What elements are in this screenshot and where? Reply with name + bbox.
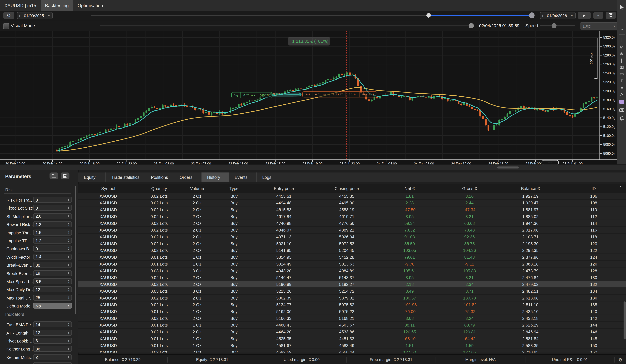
crosshair-icon[interactable]: + bbox=[617, 20, 626, 25]
column-header-volume[interactable]: Volume bbox=[180, 186, 214, 191]
date-stepper-icon[interactable]: ▲▼ bbox=[17, 14, 22, 17]
param-stepper-max-daily-dr-[interactable]: 12▲▼ bbox=[33, 286, 72, 292]
tab-orders[interactable]: Orders bbox=[174, 172, 202, 182]
load-parameters-button[interactable] bbox=[49, 172, 58, 179]
param-stepper-reward-risk-[interactable]: 1.3▲▼ bbox=[33, 221, 72, 227]
param-stepper-wavetrend-f-[interactable]: 12▲▼ bbox=[33, 362, 72, 364]
table-row[interactable]: XAUUSD0.02 Lots2 OzBuy4615.834588.19-47.… bbox=[78, 206, 626, 213]
target-icon[interactable]: ⌖ bbox=[617, 27, 626, 32]
table-row[interactable]: XAUUSD0.02 Lots2 OzBuy5021.105072.5386.5… bbox=[78, 241, 626, 247]
table-row[interactable]: XAUUSD0.03 Lots3 OzBuy4943.204984.89105.… bbox=[78, 268, 626, 274]
table-row[interactable]: XAUUSD0.01 Lots1 OzBuy4525.354451.33-65.… bbox=[78, 335, 626, 342]
cursor-icon[interactable] bbox=[617, 4, 626, 10]
stepper-arrows-icon[interactable]: ▲▼ bbox=[68, 255, 69, 258]
table-row[interactable]: XAUUSD0.02 Lots2 OzBuy4494.484495.902.28… bbox=[78, 200, 626, 206]
stepper-arrows-icon[interactable]: ▲▼ bbox=[68, 347, 69, 350]
table-row[interactable]: XAUUSD0.02 Lots2 OzBuy4846.074889.2173.3… bbox=[78, 227, 626, 234]
arrow-shape-icon[interactable]: ⇧ bbox=[617, 78, 626, 83]
param-stepper-break-even-[interactable]: 19▲▼ bbox=[33, 270, 72, 276]
chart-hscrollbar[interactable] bbox=[0, 164, 626, 170]
window-tab-xauusd-m15[interactable]: XAUUSD | m15 bbox=[0, 0, 41, 11]
column-header-quantity[interactable]: Quantity bbox=[138, 186, 180, 191]
stepper-arrows-icon[interactable]: ▲▼ bbox=[68, 272, 69, 275]
param-stepper-sl-multiplier-[interactable]: 2.6▲▼ bbox=[33, 213, 72, 219]
rectangle-tool-icon[interactable]: ▭ bbox=[617, 72, 626, 76]
table-row[interactable]: XAUUSD0.01 Lots1 OzBuy5354.935452.2879.6… bbox=[78, 254, 626, 261]
text-tool-icon[interactable]: A bbox=[617, 92, 626, 97]
param-stepper-impulse-tp-[interactable]: 1.2▲▼ bbox=[33, 238, 72, 243]
param-stepper-impulse-thr-[interactable]: 1.5▲▼ bbox=[33, 229, 72, 235]
timeline-position-handle[interactable] bbox=[427, 13, 431, 18]
start-date-picker[interactable]: ▲▼ 01/09/2025 ▼ bbox=[17, 12, 53, 19]
ellipse-tool-icon[interactable]: ⊘ bbox=[617, 44, 626, 49]
stepper-arrows-icon[interactable]: ▲▼ bbox=[68, 331, 69, 334]
equidistant-channel-icon[interactable]: ≋ bbox=[617, 51, 626, 56]
stepper-arrows-icon[interactable]: ▲▼ bbox=[68, 206, 69, 209]
table-row[interactable]: XAUUSD0.02 Lots2 OzBuy5166.335168.213.08… bbox=[78, 315, 626, 322]
fibonacci-grid-icon[interactable]: ▦ bbox=[617, 65, 626, 69]
bell-icon[interactable] bbox=[617, 116, 626, 121]
save-parameters-button[interactable] bbox=[61, 172, 69, 179]
stepper-arrows-icon[interactable]: ▲▼ bbox=[68, 215, 69, 217]
window-tab-backtesting[interactable]: Backtesting bbox=[41, 0, 73, 11]
param-stepper-break-even-[interactable]: 30▲▼ bbox=[33, 262, 72, 268]
levels-tool-icon[interactable]: ≡ bbox=[617, 85, 626, 90]
column-header-balance-[interactable]: Balance € bbox=[500, 186, 561, 191]
column-header-type[interactable]: Type bbox=[214, 186, 254, 191]
stepper-arrows-icon[interactable]: ▲▼ bbox=[68, 296, 69, 299]
table-row[interactable]: XAUUSD0.01 Lots1 OzBuy5024.495013.63-9.7… bbox=[78, 261, 626, 268]
table-row[interactable]: XAUUSD0.02 Lots2 OzBuy4453.514455.351.81… bbox=[78, 193, 626, 200]
stepper-arrows-icon[interactable]: ▲▼ bbox=[68, 356, 69, 358]
param-stepper-max-spread-[interactable]: 3.5▲▼ bbox=[33, 278, 72, 284]
table-row[interactable]: XAUUSD0.02 Lots2 OzBuy4971.135026.0491.0… bbox=[78, 234, 626, 241]
stepper-arrows-icon[interactable]: ▲▼ bbox=[68, 339, 69, 342]
speed-select[interactable]: 100x ▼ bbox=[580, 22, 620, 30]
settings-gear-icon[interactable]: ⚙ bbox=[615, 357, 626, 362]
sort-caret-icon[interactable]: ⌃ bbox=[619, 186, 622, 190]
column-header-gross-[interactable]: Gross € bbox=[439, 186, 499, 191]
tab-positions[interactable]: Positions bbox=[145, 172, 174, 182]
param-select-debug-mode[interactable]: No▼ bbox=[33, 303, 72, 309]
table-row[interactable]: XAUUSD0.02 Lots2 OzBuy5146.475148.373.05… bbox=[78, 274, 626, 281]
tab-history[interactable]: History bbox=[202, 172, 229, 182]
tab-logs[interactable]: Logs bbox=[257, 172, 284, 182]
table-row[interactable]: XAUUSD0.02 Lots2 OzBuy4592.694666.44127.… bbox=[78, 349, 626, 353]
table-row[interactable]: XAUUSD0.02 Lots2 OzBuy5134.775075.82-101… bbox=[78, 301, 626, 308]
table-row[interactable]: XAUUSD0.01 Lots1 OzBuy5162.065075.22-76.… bbox=[78, 308, 626, 315]
param-stepper-keltner-multi-[interactable]: 2▲▼ bbox=[33, 354, 72, 360]
table-row[interactable]: XAUUSD0.02 Lots2 OzBuy5141.855204.45103.… bbox=[78, 247, 626, 254]
price-chart[interactable]: 5320.005300.005280.005260.005240.005220.… bbox=[0, 31, 617, 164]
camera-icon[interactable] bbox=[617, 108, 626, 113]
param-stepper-width-factor[interactable]: 1.4▲▼ bbox=[33, 254, 72, 260]
table-row[interactable]: XAUUSD0.01 Lots1 OzBuy4581.674583.491.51… bbox=[78, 342, 626, 349]
stepper-arrows-icon[interactable]: ▲▼ bbox=[68, 264, 69, 266]
table-row[interactable]: XAUUSD0.02 Lots2 OzBuy4464.204533.86120.… bbox=[78, 328, 626, 335]
column-header-symbol[interactable]: Symbol bbox=[78, 186, 138, 191]
tab-equity[interactable]: Equity bbox=[78, 172, 106, 182]
column-header-net-[interactable]: Net € bbox=[380, 186, 439, 191]
param-stepper-max-total-dr-[interactable]: 25▲▼ bbox=[33, 295, 72, 301]
tab-events[interactable]: Events bbox=[229, 172, 257, 182]
progress-handle[interactable] bbox=[469, 23, 474, 28]
speed-slider-track[interactable] bbox=[540, 25, 575, 26]
stepper-arrows-icon[interactable]: ▲▼ bbox=[68, 288, 69, 291]
date-stepper-icon[interactable]: ▲▼ bbox=[540, 14, 545, 17]
save-backtest-button[interactable] bbox=[606, 12, 616, 19]
column-header-id[interactable]: ID bbox=[561, 186, 626, 191]
column-header-closing-price[interactable]: Closing price bbox=[314, 186, 380, 191]
chevron-down-icon[interactable]: ▼ bbox=[568, 14, 575, 17]
chart-hscrollbar-thumb[interactable] bbox=[497, 166, 519, 168]
table-row[interactable]: XAUUSD0.03 Lots3 OzBuy5213.265214.723.49… bbox=[78, 288, 626, 295]
table-row[interactable]: XAUUSD0.02 Lots2 OzBuy4740.984776.5659.3… bbox=[78, 220, 626, 227]
param-stepper-pivot-lookb-[interactable]: 3▲▼ bbox=[33, 338, 72, 344]
stepper-arrows-icon[interactable]: ▲▼ bbox=[68, 239, 69, 242]
stepper-arrows-icon[interactable]: ▲▼ bbox=[68, 280, 69, 283]
play-button[interactable]: ▶ bbox=[578, 12, 591, 19]
restart-backtest-button[interactable]: ⚙ bbox=[3, 12, 14, 19]
param-stepper-cooldown-b-[interactable]: 0▲▼ bbox=[33, 246, 72, 252]
progress-track[interactable] bbox=[100, 25, 471, 26]
table-row[interactable]: XAUUSD0.02 Lots2 OzBuy5190.895192.272.18… bbox=[78, 281, 626, 288]
vertical-line-tool-icon[interactable]: | bbox=[617, 38, 626, 42]
param-stepper-fast-ema-pe-[interactable]: 14▲▼ bbox=[33, 322, 72, 327]
speed-slider-handle[interactable] bbox=[552, 23, 557, 28]
